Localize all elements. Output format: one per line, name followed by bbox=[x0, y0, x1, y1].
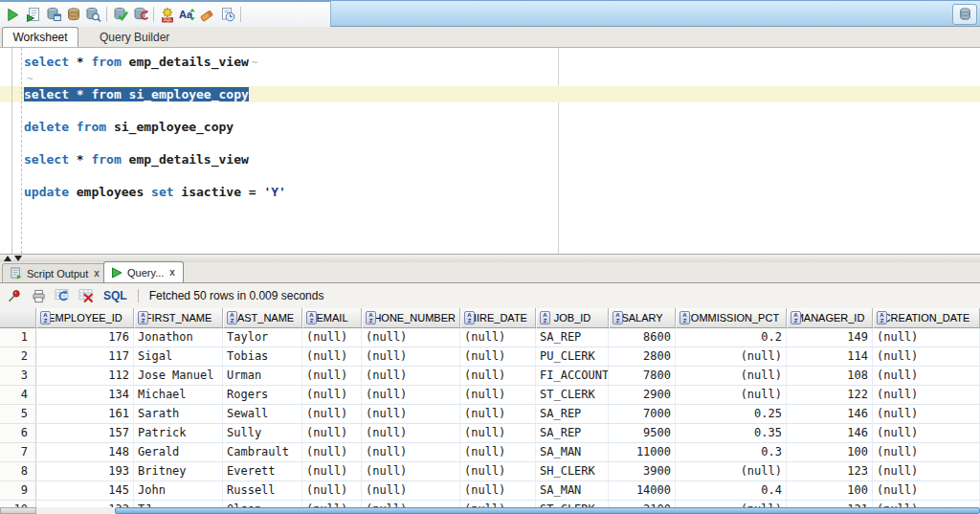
cell[interactable]: (null) bbox=[302, 462, 362, 481]
cell[interactable]: 123 bbox=[787, 462, 873, 481]
row-number[interactable]: 9 bbox=[0, 481, 36, 501]
cell[interactable]: (null) bbox=[362, 443, 460, 462]
cell[interactable]: 193 bbox=[36, 462, 134, 481]
cell[interactable]: 108 bbox=[787, 367, 873, 386]
cell[interactable]: SA_REP bbox=[536, 405, 609, 424]
code-line[interactable]: update employees set isactive = 'Y' bbox=[0, 184, 980, 200]
cell[interactable]: 157 bbox=[36, 424, 134, 443]
cell[interactable]: (null) bbox=[362, 481, 460, 501]
row-number[interactable]: 4 bbox=[0, 386, 36, 405]
sort-icon[interactable]: AZ bbox=[612, 311, 623, 324]
code-line[interactable]: select * from emp_details_view bbox=[0, 151, 980, 168]
cell[interactable]: (null) bbox=[362, 328, 460, 347]
cell[interactable]: (null) bbox=[460, 424, 536, 443]
cell[interactable]: (null) bbox=[873, 481, 980, 501]
cell[interactable]: Sigal bbox=[134, 347, 223, 367]
cell[interactable]: (null) bbox=[460, 405, 536, 424]
cell[interactable]: (null) bbox=[302, 405, 362, 424]
cell[interactable]: Michael bbox=[134, 386, 223, 405]
cell[interactable]: Gerald bbox=[134, 443, 223, 462]
cell[interactable]: 146 bbox=[787, 424, 873, 443]
row-number[interactable]: 2 bbox=[0, 347, 36, 367]
delete-button[interactable] bbox=[78, 287, 95, 304]
cell[interactable]: 8600 bbox=[609, 328, 676, 347]
change-case-button[interactable]: Aa bbox=[177, 4, 197, 25]
cell[interactable]: 7000 bbox=[609, 405, 676, 424]
cell[interactable]: (null) bbox=[302, 443, 362, 462]
cell[interactable]: 145 bbox=[36, 481, 134, 501]
cell[interactable]: (null) bbox=[302, 328, 362, 347]
sort-icon[interactable]: AZ bbox=[679, 311, 690, 324]
cell[interactable]: 117 bbox=[36, 347, 134, 367]
autotrace-button[interactable] bbox=[43, 4, 63, 25]
refresh-button[interactable] bbox=[54, 287, 71, 304]
code-line[interactable]: delete from si_employee_copy bbox=[0, 119, 980, 135]
cell[interactable]: Patrick bbox=[134, 424, 223, 443]
connections-button[interactable] bbox=[952, 4, 977, 25]
cell[interactable]: (null) bbox=[302, 367, 362, 386]
cell[interactable]: SA_MAN bbox=[536, 443, 609, 462]
cell[interactable]: (null) bbox=[676, 386, 787, 405]
collapse-icon[interactable] bbox=[4, 256, 11, 261]
code-line[interactable]: select * from si_employee_copy bbox=[0, 86, 980, 102]
run-script-button[interactable] bbox=[23, 4, 43, 25]
cell[interactable]: Britney bbox=[134, 462, 223, 481]
cell[interactable]: Tobias bbox=[223, 347, 302, 367]
gear-sql-button[interactable]: SQL bbox=[157, 4, 177, 25]
sql-history-button[interactable] bbox=[217, 4, 237, 25]
cell[interactable]: 0.3 bbox=[676, 443, 787, 462]
table-row[interactable]: 4134MichaelRogers(null)(null)(null)ST_CL… bbox=[0, 386, 980, 405]
cell[interactable]: 148 bbox=[36, 443, 134, 462]
close-icon[interactable]: x bbox=[93, 268, 100, 279]
cell[interactable]: (null) bbox=[676, 347, 787, 367]
row-number[interactable]: 1 bbox=[0, 328, 36, 347]
scrollbar-thumb[interactable] bbox=[115, 507, 980, 514]
column-header-last_name[interactable]: AZLAST_NAME bbox=[223, 308, 302, 328]
cell[interactable]: (null) bbox=[362, 386, 460, 405]
cell[interactable]: 2900 bbox=[609, 386, 676, 405]
row-number[interactable]: 8 bbox=[0, 462, 36, 481]
cell[interactable]: Everett bbox=[223, 462, 302, 481]
cell[interactable]: (null) bbox=[873, 347, 980, 367]
cell[interactable]: 0.4 bbox=[676, 481, 787, 501]
cell[interactable]: 14000 bbox=[609, 481, 676, 501]
explain-plan-button[interactable] bbox=[63, 4, 83, 25]
sort-icon[interactable]: AZ bbox=[877, 311, 887, 324]
cell[interactable]: (null) bbox=[460, 481, 536, 501]
sort-icon[interactable]: AZ bbox=[138, 311, 148, 324]
row-number[interactable]: 3 bbox=[0, 367, 36, 386]
cell[interactable]: 3900 bbox=[609, 462, 676, 481]
row-number[interactable]: 7 bbox=[0, 443, 36, 462]
tab-worksheet[interactable]: Worksheet bbox=[2, 27, 78, 47]
table-row[interactable]: 2117SigalTobias(null)(null)(null)PU_CLER… bbox=[0, 347, 980, 367]
column-header-commission_pct[interactable]: AZCOMMISSION_PCT bbox=[676, 308, 787, 328]
cell[interactable]: 100 bbox=[787, 443, 873, 462]
cell[interactable]: (null) bbox=[460, 347, 536, 367]
cell[interactable]: 134 bbox=[36, 386, 134, 405]
cell[interactable]: SA_REP bbox=[536, 328, 609, 347]
clear-button[interactable] bbox=[197, 4, 217, 25]
code-line[interactable]: ~ bbox=[0, 70, 980, 86]
cell[interactable]: SA_MAN bbox=[536, 481, 609, 501]
cell[interactable]: (null) bbox=[676, 367, 787, 386]
close-icon[interactable]: x bbox=[168, 267, 176, 278]
cell[interactable]: (null) bbox=[873, 462, 980, 481]
column-header-creation_date[interactable]: AZCREATION_DATE bbox=[873, 308, 980, 328]
cell[interactable]: Sewall bbox=[223, 405, 302, 424]
column-header-email[interactable]: AZEMAIL bbox=[302, 308, 362, 328]
table-row[interactable]: 1176JonathonTaylor(null)(null)(null)SA_R… bbox=[0, 328, 980, 347]
cell[interactable]: Russell bbox=[223, 481, 302, 501]
cell[interactable]: (null) bbox=[460, 443, 536, 462]
cell[interactable]: (null) bbox=[460, 367, 536, 386]
cell[interactable]: 0.25 bbox=[676, 405, 787, 424]
cell[interactable]: (null) bbox=[873, 386, 980, 405]
table-row[interactable]: 3112Jose ManuelUrman(null)(null)(null)FI… bbox=[0, 367, 980, 386]
cell[interactable]: Sully bbox=[223, 424, 302, 443]
column-header-first_name[interactable]: AZFIRST_NAME bbox=[134, 308, 223, 328]
cell[interactable]: Sarath bbox=[134, 405, 223, 424]
cell[interactable]: (null) bbox=[873, 367, 980, 386]
sort-icon[interactable]: AZ bbox=[366, 311, 376, 324]
cell[interactable]: (null) bbox=[302, 481, 362, 501]
cell[interactable]: 114 bbox=[787, 347, 873, 367]
cell[interactable]: John bbox=[134, 481, 223, 501]
